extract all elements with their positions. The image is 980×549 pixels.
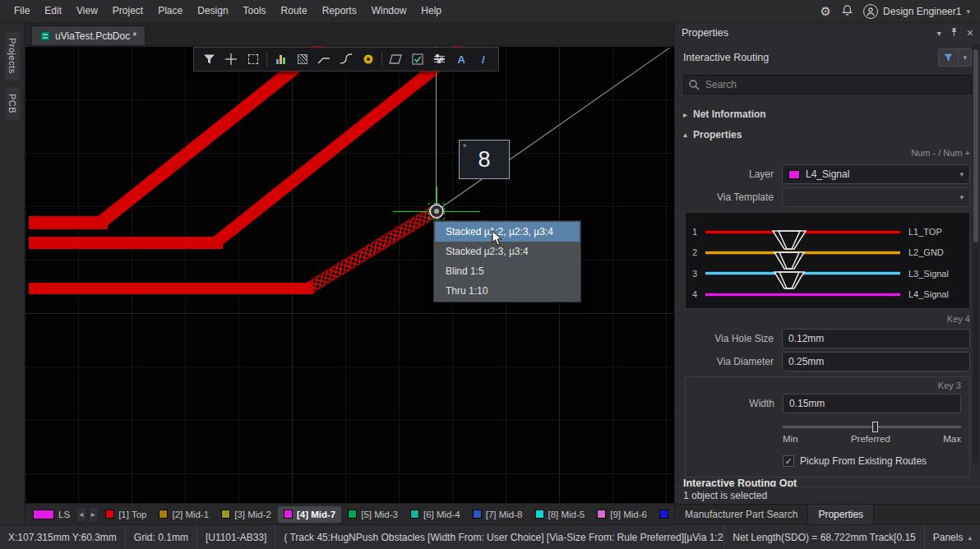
section-label: Properties: [693, 129, 742, 141]
panels-button[interactable]: Panels ▴: [924, 525, 980, 549]
histogram-icon[interactable]: [270, 50, 291, 68]
rail-tab-projects[interactable]: Projects: [5, 31, 20, 81]
layer-tab-label: [7] Mid-8: [486, 510, 523, 519]
menu-file[interactable]: File: [7, 0, 37, 22]
search-input[interactable]: [683, 75, 972, 95]
menu-route[interactable]: Route: [274, 0, 315, 22]
width-input[interactable]: [783, 394, 961, 413]
routing-guide-diagonal: [439, 48, 670, 210]
tab-properties[interactable]: Properties: [808, 505, 874, 524]
document-tab-bar: uViaTest.PcbDoc *: [25, 23, 674, 46]
account-menu[interactable]: Design Engineer1 ▾: [863, 4, 970, 19]
menu-place[interactable]: Place: [150, 0, 190, 22]
section-net-information[interactable]: ▸ Net Information: [675, 104, 980, 125]
slider-thumb[interactable]: [872, 422, 878, 432]
layer-tab-mid5[interactable]: [8] Mid-5: [529, 506, 591, 523]
via-marker[interactable]: [429, 204, 444, 219]
layer-tab-mid1[interactable]: [2] Mid-1: [153, 506, 215, 523]
rule-check-icon[interactable]: [408, 50, 428, 68]
account-name: Design Engineer1: [883, 6, 961, 17]
menu-help[interactable]: Help: [414, 0, 449, 22]
mouse-cursor: [492, 230, 503, 249]
hatch-pattern-icon[interactable]: [292, 50, 312, 68]
route-arc-mode-icon[interactable]: [336, 50, 357, 68]
menu-design[interactable]: Design: [190, 0, 235, 22]
panel-scrollbar[interactable]: [973, 44, 979, 464]
layer-tab-mid4[interactable]: [6] Mid-4: [404, 506, 466, 523]
section-properties[interactable]: ▴ Properties: [675, 125, 980, 145]
layer-set-tab[interactable]: LS: [28, 506, 75, 523]
pickup-checkbox[interactable]: ✓: [783, 455, 794, 467]
menu-edit[interactable]: Edit: [37, 0, 69, 22]
routing-status-message: ( Track 45:HugNPush Obstacles [Width Fro…: [275, 525, 723, 549]
text-tool-icon[interactable]: A: [451, 50, 472, 68]
section-label: Net Information: [693, 108, 766, 120]
layer-tab-label: [5] Mid-3: [361, 510, 398, 519]
filter-dropdown-chevron-icon[interactable]: ▾: [958, 49, 971, 66]
settings-gear-icon[interactable]: ⚙: [821, 4, 831, 19]
via-diameter-input[interactable]: [782, 352, 970, 371]
notifications-bell-icon[interactable]: [841, 4, 853, 19]
panel-pin-icon[interactable]: [950, 27, 959, 39]
panel-close-icon[interactable]: ×: [967, 26, 973, 39]
menu-window[interactable]: Window: [364, 0, 414, 22]
layer-tab-mid6[interactable]: [9] Mid-6: [591, 506, 653, 523]
doc-tab-uviatest[interactable]: uViaTest.PcbDoc *: [31, 25, 146, 45]
menu-view[interactable]: View: [69, 0, 105, 22]
select-area-icon[interactable]: [243, 50, 263, 68]
context-menu-item-stacked-123[interactable]: Stacked µ1:2, µ2:3, µ3:4: [435, 222, 580, 242]
net-length-readout: Net Length(SDO) = 68.722mm Track[0.15: [723, 525, 923, 549]
pcb-trace-selected-hatched[interactable]: [306, 205, 440, 293]
context-menu-item-thru[interactable]: Thru 1:10: [435, 281, 580, 301]
layer-scroll-left-icon[interactable]: ◂: [76, 506, 87, 523]
layer-tab-mid7-active[interactable]: [4] Mid-7: [278, 506, 341, 523]
via-style-icon[interactable]: [358, 50, 378, 68]
layer-tab-partial[interactable]: [654, 506, 674, 523]
rail-tab-pcb[interactable]: PCB: [5, 87, 20, 120]
layer-hotkey-hint: Num - / Num +: [685, 148, 970, 161]
layer-color-swatch: [105, 510, 114, 519]
width-slider[interactable]: [783, 422, 961, 432]
filter-icon[interactable]: [199, 50, 220, 68]
menu-project[interactable]: Project: [105, 0, 150, 22]
panels-up-icon: ▴: [968, 533, 972, 542]
via-template-dropdown[interactable]: ▾: [782, 187, 970, 207]
pcb-trace[interactable]: [29, 237, 223, 249]
key3-hint: Key 3: [694, 381, 961, 392]
cursor-coordinates: X:107.315mm Y:60.3mm: [0, 525, 125, 549]
snap-crosshair-icon[interactable]: [221, 50, 242, 68]
layer-tab-mid2[interactable]: [3] Mid-2: [215, 506, 277, 523]
via-template-row: Via Template ▾: [685, 187, 970, 207]
filter-button-icon[interactable]: [939, 49, 958, 66]
layer-tab-mid3[interactable]: [5] Mid-3: [342, 506, 404, 523]
pcb-trace[interactable]: [29, 283, 313, 294]
layer-tab-top[interactable]: [1] Top: [99, 506, 152, 523]
doc-tab-title: uViaTest.PcbDoc *: [55, 30, 136, 42]
draw-line-icon[interactable]: /: [473, 50, 493, 68]
layer-dropdown[interactable]: L4_Signal ▾: [782, 164, 970, 184]
pcb-canvas[interactable]: A / * 8 Stacked µ1:2, µ2:3, µ3:4 Stacked…: [25, 46, 674, 503]
menu-bar: File Edit View Project Place Design Tool…: [0, 0, 980, 23]
tune-sliders-icon[interactable]: [429, 50, 450, 68]
layer-scroll-right-icon[interactable]: ▸: [88, 506, 99, 523]
layer-tab-mid8[interactable]: [7] Mid-8: [467, 506, 529, 523]
panel-menu-chevron-icon[interactable]: ▾: [937, 29, 941, 38]
route-corner-mode-icon[interactable]: [314, 50, 335, 68]
layer-value: L4_Signal: [806, 168, 849, 180]
context-menu-item-stacked-23[interactable]: Stacked µ2:3, µ3:4: [435, 242, 580, 261]
panel-scrollbar-thumb[interactable]: [973, 49, 978, 242]
stack-number: 2: [692, 247, 705, 257]
menu-tools[interactable]: Tools: [236, 0, 274, 22]
via-hole-size-input[interactable]: [782, 329, 970, 348]
plane-icon[interactable]: [386, 50, 406, 68]
filter-split-button: ▾: [938, 48, 972, 67]
context-menu-item-blind[interactable]: Blind 1:5: [435, 261, 580, 281]
layer-color-swatch: [159, 510, 168, 519]
layer-color-swatch: [473, 510, 482, 519]
component-ref: [U1101-AB33]: [196, 525, 275, 549]
stack-layer-name: L4_Signal: [908, 289, 963, 299]
panel-mode-label: Interactive Routing: [683, 52, 769, 63]
menu-reports[interactable]: Reports: [315, 0, 364, 22]
pcb-trace[interactable]: [96, 46, 326, 228]
tab-manufacturer-part-search[interactable]: Manufacturer Part Search: [675, 505, 808, 524]
